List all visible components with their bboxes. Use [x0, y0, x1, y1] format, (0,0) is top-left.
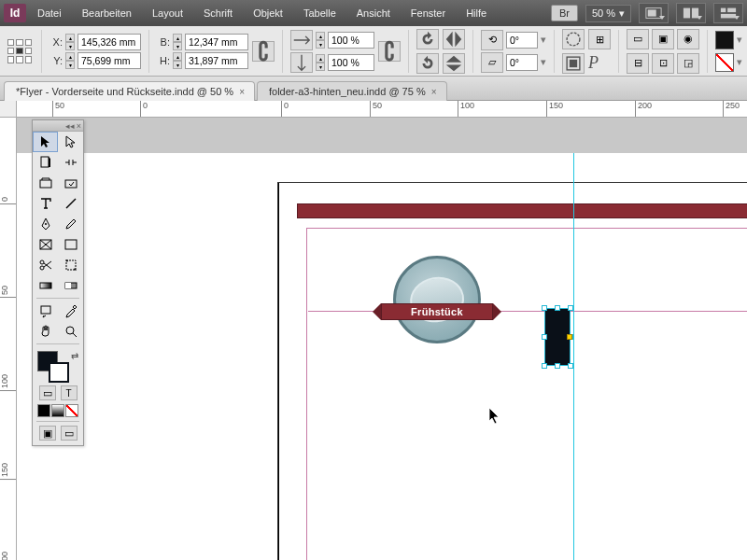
- constrain-wh-icon[interactable]: [252, 41, 275, 62]
- wrap-bounding-button[interactable]: ▣: [652, 29, 674, 49]
- rectangle-tool[interactable]: [58, 234, 83, 255]
- x-label: X:: [49, 36, 63, 48]
- pen-tool[interactable]: [33, 214, 58, 234]
- svg-point-16: [40, 260, 44, 264]
- content-collector-tool[interactable]: [33, 173, 58, 193]
- menu-ansicht[interactable]: Ansicht: [347, 4, 400, 22]
- zoom-level-select[interactable]: 50 %▾: [585, 5, 631, 22]
- constrain-scale-icon[interactable]: [378, 41, 401, 62]
- menu-hilfe[interactable]: Hilfe: [457, 4, 496, 22]
- fill-swatch[interactable]: [715, 31, 734, 49]
- swap-fill-stroke-icon[interactable]: ⇄: [71, 351, 78, 361]
- vertical-guide[interactable]: [573, 153, 574, 560]
- menu-fenster[interactable]: Fenster: [402, 4, 455, 22]
- rectangle-frame-tool[interactable]: [33, 234, 58, 255]
- arrange-documents-button[interactable]: [676, 3, 706, 23]
- apply-color-button[interactable]: [37, 404, 50, 417]
- svg-rect-2: [684, 8, 690, 19]
- menu-objekt[interactable]: Objekt: [244, 4, 292, 22]
- flip-vertical-button[interactable]: [443, 53, 465, 74]
- rotation-input[interactable]: 0°: [506, 32, 538, 49]
- close-icon[interactable]: ×: [239, 87, 245, 97]
- menu-schrift[interactable]: Schrift: [194, 4, 242, 22]
- free-transform-tool[interactable]: [58, 255, 83, 275]
- content-placer-tool[interactable]: [58, 173, 83, 193]
- resize-handle[interactable]: [555, 305, 560, 311]
- panel-header[interactable]: ◂◂×: [33, 120, 83, 132]
- bridge-button[interactable]: Br: [551, 5, 578, 21]
- resize-handle[interactable]: [555, 363, 560, 369]
- gradient-swatch-tool[interactable]: [33, 275, 58, 296]
- y-label: Y:: [49, 55, 63, 66]
- reference-point-selector[interactable]: [6, 37, 34, 65]
- resize-handle[interactable]: [542, 334, 547, 340]
- ribbon-label[interactable]: Frühstück: [381, 303, 493, 320]
- selection-tool[interactable]: [33, 132, 58, 152]
- selected-frame[interactable]: [544, 308, 571, 366]
- x-position-input[interactable]: 145,326 mm: [78, 34, 141, 50]
- view-mode-normal-button[interactable]: ▣: [39, 426, 56, 441]
- workspace-switcher-button[interactable]: [713, 3, 743, 23]
- scale-y-input[interactable]: 100 %: [328, 54, 374, 71]
- view-mode-preview-button[interactable]: ▭: [61, 426, 78, 441]
- svg-rect-3: [692, 8, 698, 19]
- line-tool[interactable]: [58, 193, 83, 214]
- zoom-tool[interactable]: [58, 321, 83, 342]
- select-container-button[interactable]: [562, 29, 585, 49]
- resize-handle[interactable]: [568, 305, 573, 311]
- direct-selection-tool[interactable]: [58, 132, 83, 152]
- flip-horizontal-button[interactable]: [443, 29, 465, 49]
- menu-layout[interactable]: Layout: [143, 4, 192, 22]
- vertical-ruler[interactable]: 050100150200: [0, 118, 17, 560]
- fill-stroke-swatches[interactable]: ⇄: [35, 349, 80, 381]
- apply-none-button[interactable]: [65, 404, 78, 417]
- content-grabber[interactable]: [567, 334, 572, 340]
- menu-tabelle[interactable]: Tabelle: [294, 4, 345, 22]
- page-tool[interactable]: [33, 152, 58, 173]
- apply-gradient-button[interactable]: [51, 404, 64, 417]
- rotate-ccw-button[interactable]: [416, 29, 439, 49]
- type-tool[interactable]: [33, 193, 58, 214]
- height-input[interactable]: 31,897 mm: [185, 52, 248, 69]
- close-icon[interactable]: ×: [431, 87, 437, 97]
- character-panel-icon[interactable]: P: [588, 53, 611, 73]
- shear-input[interactable]: 0°: [506, 54, 538, 71]
- document-tab-active[interactable]: *Flyer - Vorderseite und Rückseite.indd …: [4, 81, 255, 101]
- resize-handle[interactable]: [568, 363, 573, 369]
- wrap-shape-button[interactable]: ◉: [677, 29, 699, 49]
- width-input[interactable]: 12,347 mm: [185, 34, 248, 50]
- logo-badge[interactable]: [393, 256, 481, 343]
- tools-panel[interactable]: ◂◂× ⇄ ▭ T: [32, 119, 84, 446]
- svg-point-7: [567, 33, 580, 46]
- horizontal-ruler[interactable]: 150100500050100150200250: [17, 101, 747, 118]
- select-content-button[interactable]: [562, 53, 585, 74]
- wrap-column-button[interactable]: ⊡: [652, 53, 674, 74]
- menu-bearbeiten[interactable]: Bearbeiten: [73, 4, 141, 22]
- eyedropper-tool[interactable]: [58, 301, 83, 321]
- menu-datei[interactable]: Datei: [28, 4, 71, 22]
- resize-handle[interactable]: [542, 305, 547, 311]
- stroke-swatch[interactable]: [715, 53, 734, 72]
- hand-tool[interactable]: [33, 321, 58, 342]
- y-position-input[interactable]: 75,699 mm: [78, 52, 141, 69]
- scale-x-input[interactable]: 100 %: [328, 32, 374, 49]
- gap-tool[interactable]: [58, 152, 83, 173]
- rotate-cw-button[interactable]: [416, 53, 439, 74]
- wrap-none-button[interactable]: ▭: [627, 29, 649, 49]
- wrap-jump-button[interactable]: ⊟: [627, 53, 649, 74]
- ruler-origin[interactable]: [0, 101, 17, 118]
- gradient-feather-tool[interactable]: [58, 275, 83, 296]
- document-tab[interactable]: folder-a3-hinten_neu.indd @ 75 %×: [257, 81, 447, 101]
- shear-angle-icon: ▱: [481, 52, 503, 73]
- formatting-text-button[interactable]: T: [61, 385, 78, 400]
- stroke-color[interactable]: [49, 362, 69, 383]
- pencil-tool[interactable]: [58, 214, 83, 234]
- fit-content-button[interactable]: ⊞: [588, 29, 611, 49]
- canvas-area[interactable]: Frühstück: [17, 118, 747, 560]
- corner-options-button[interactable]: ◲: [677, 53, 699, 74]
- screen-mode-button[interactable]: [639, 3, 669, 23]
- formatting-container-button[interactable]: ▭: [39, 385, 56, 400]
- scissors-tool[interactable]: [33, 255, 58, 275]
- resize-handle[interactable]: [542, 363, 547, 369]
- note-tool[interactable]: [33, 301, 58, 321]
